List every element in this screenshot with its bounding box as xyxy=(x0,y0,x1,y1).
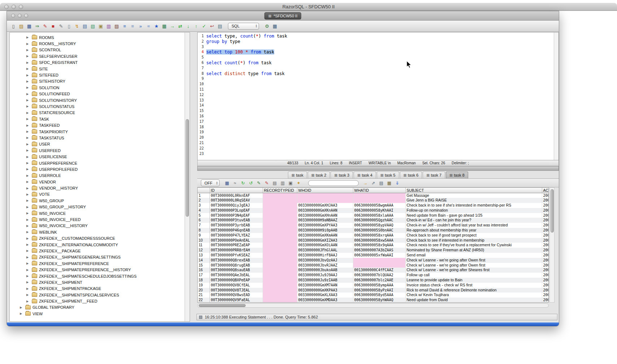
cell-whoid[interactable]: 0033000000Ju9J9AAJ xyxy=(297,273,353,278)
cell-recordtypeid[interactable] xyxy=(263,283,297,288)
cell-ac[interactable]: 200 xyxy=(542,253,549,258)
close-tab-icon[interactable]: ⊠ xyxy=(426,173,429,177)
row-number-cell[interactable]: 21 xyxy=(198,292,210,298)
disclosure-triangle-icon[interactable]: ▶ xyxy=(26,67,30,70)
revert-icon[interactable]: ↺ xyxy=(247,179,254,186)
cell-ac[interactable]: 200 xyxy=(542,208,549,213)
code-line[interactable] xyxy=(206,76,554,82)
code-line[interactable] xyxy=(206,151,554,157)
refresh-icon[interactable]: ↻ xyxy=(240,179,246,186)
cell-recordtypeid[interactable] xyxy=(263,208,297,213)
disconnect-icon[interactable]: ■ xyxy=(49,22,57,30)
cell-ac[interactable]: 200 xyxy=(542,288,549,293)
favorites-icon[interactable]: ★ xyxy=(153,22,160,30)
export-table-icon[interactable]: ▧ xyxy=(89,22,96,30)
disclosure-triangle-icon[interactable]: ▶ xyxy=(26,117,30,121)
disclosure-triangle-icon[interactable]: ▶ xyxy=(20,312,23,315)
table-row[interactable]: 1600T3000000Q8sauEAB0033000000JbukoAAB00… xyxy=(198,268,549,273)
cell-whoid[interactable]: 0033000000GmXKPAA3 xyxy=(297,288,353,293)
table-row[interactable]: 1200T3000000PRR8rEAH0033000000JFhGlAAL00… xyxy=(198,248,549,253)
cell-id[interactable]: 00T3000000QV9FaEAL xyxy=(210,298,263,303)
delete-icon[interactable]: ▯ xyxy=(65,22,73,30)
cell-id[interactable]: 00T3000000P3N4pEAF xyxy=(210,213,263,218)
edit-remove-icon[interactable]: ✎ xyxy=(263,179,270,186)
tree-item-view[interactable]: ▶VIEW xyxy=(10,311,185,317)
cell-ac[interactable]: 200 xyxy=(542,228,549,233)
disclosure-triangle-icon[interactable]: ▶ xyxy=(26,293,30,296)
tree-item-scontrol[interactable]: ▶SCONTROL xyxy=(10,47,185,53)
describe-table-icon[interactable]: ▤ xyxy=(81,22,89,30)
cell-whatid[interactable]: 006300000058xrqAAA xyxy=(353,233,405,238)
code-line[interactable]: group by type xyxy=(206,39,554,44)
row-number-cell[interactable]: 10 xyxy=(198,238,210,243)
save-results-icon[interactable]: ▦ xyxy=(224,179,230,186)
cell-recordtypeid[interactable] xyxy=(263,223,297,228)
cell-whoid[interactable]: 0033000000GmXPYAA3 xyxy=(297,223,353,228)
cell-subject[interactable]: Invoice status check - check w/ RS first xyxy=(405,283,542,288)
cell-recordtypeid[interactable] xyxy=(263,268,297,273)
sql-editor[interactable]: 1234567891011121314151617181920212223 se… xyxy=(197,32,559,160)
row-number-cell[interactable]: 8 xyxy=(198,228,210,233)
column-header-whoid[interactable]: WHOID xyxy=(297,188,353,193)
cell-whoid[interactable]: 0033000000GmXKnAAN xyxy=(297,208,353,213)
row-number-cell[interactable]: 20 xyxy=(198,288,210,293)
cell-whatid[interactable]: 00630000005xfWaAAI xyxy=(353,253,405,258)
cell-subject[interactable]: Check w/ Leanne - we're going after Shea… xyxy=(405,268,542,273)
cell-id[interactable]: 00T3000000QV8wsEAD xyxy=(210,292,263,298)
cell-whatid[interactable]: 006300000058yd5AAA xyxy=(353,292,405,298)
result-tab-task-6[interactable]: ⊠task 6 xyxy=(400,172,422,178)
cell-ac[interactable]: 200 xyxy=(542,243,549,248)
cell-recordtypeid[interactable] xyxy=(263,193,297,198)
cell-whatid[interactable]: 006300000058wgmAAA xyxy=(353,203,405,208)
cell-id[interactable]: 00T3000000PREZaEAP xyxy=(210,243,263,248)
tree-item-taskfeed[interactable]: ▶TASKFEED xyxy=(10,122,185,128)
export-results-icon[interactable]: ▤ xyxy=(378,179,385,186)
tree-item-solution[interactable]: ▶SOLUTION xyxy=(10,84,185,91)
cell-id[interactable]: 00T3000000QV8TJEAL xyxy=(210,288,263,293)
cell-whoid[interactable]: 0033000000JbvQzAAJ xyxy=(297,258,353,263)
close-button[interactable] xyxy=(4,5,9,9)
cell-whoid[interactable]: 0033000000GmXHnAAN xyxy=(297,213,353,218)
cell-subject[interactable]: Check w/ Leanne - we're going after Owen… xyxy=(405,263,542,268)
cell-id[interactable]: 00T3000000PRR8rEAH xyxy=(210,248,263,253)
table-row[interactable]: 2000T3000000QV8TJEAL0033000000GmXKPAA300… xyxy=(198,288,549,293)
cell-whatid[interactable]: 006300000058ympAAA xyxy=(353,283,405,288)
column-header-recordtypeid[interactable]: RECORDTYPEID xyxy=(263,188,297,193)
cell-recordtypeid[interactable] xyxy=(263,263,297,268)
table-row[interactable]: 1100T3000000PREZaEAP0033000000GmXOiAAN00… xyxy=(198,243,549,248)
code-line[interactable] xyxy=(206,66,554,71)
cell-recordtypeid[interactable] xyxy=(263,273,297,278)
cell-whoid[interactable]: 0033000000Ju9zIAAB xyxy=(297,278,353,283)
close-tab-icon[interactable]: ⊠ xyxy=(380,173,383,177)
tree-item-taskstatus[interactable]: ▶TASKSTATUS xyxy=(10,135,185,141)
new-file-icon[interactable]: ▯ xyxy=(10,22,17,30)
table-row[interactable]: 900T3000000P47LYEAZ0033000000GmXKmAAN006… xyxy=(198,233,549,238)
cell-whatid[interactable]: 00630000007A3bZAAS xyxy=(353,248,405,253)
tree-item-zkfedex-shipmategeneralsettings[interactable]: ▶ZKFEDEX__SHIPMATEGENERALSETTINGS xyxy=(10,254,185,260)
cell-whoid[interactable]: 0033000000GmXKmAAN xyxy=(297,233,353,238)
cell-whoid[interactable]: 0033000000GmXMDAA3 xyxy=(297,298,353,303)
cell-subject[interactable]: Nominated by Shane Freeman at ANZ (HR50) xyxy=(405,248,542,253)
filter-sort-icon[interactable]: ≈ xyxy=(232,179,238,186)
cell-whoid[interactable]: 0033000000GmXLXAA3 xyxy=(297,292,353,298)
cell-subject[interactable]: Follow-up on nomination xyxy=(405,208,542,213)
cell-recordtypeid[interactable] xyxy=(263,292,297,298)
table-row[interactable]: 1800T3000000QBXPeEAP0033000000Ju9zIAAB00… xyxy=(198,278,549,283)
cell-recordtypeid[interactable] xyxy=(263,238,297,243)
cell-recordtypeid[interactable] xyxy=(263,258,297,263)
cell-recordtypeid[interactable] xyxy=(263,288,297,293)
code-line[interactable] xyxy=(206,130,554,135)
code-line[interactable] xyxy=(206,82,554,87)
tree-item-zkfedex-shipmentspecialservices[interactable]: ▶ZKFEDEX__SHIPMENTSPECIALSERVICES xyxy=(10,292,185,298)
code-line[interactable] xyxy=(206,44,554,50)
tree-item-zkfedex-shipment[interactable]: ▶ZKFEDEX__SHIPMENT xyxy=(10,279,185,285)
code-line[interactable] xyxy=(206,146,554,151)
cell-subject[interactable]: Give Jenn a BIG RAISE xyxy=(405,198,542,203)
disclosure-triangle-icon[interactable]: ▶ xyxy=(26,249,30,252)
table-row[interactable]: 1300T3000000PfvKSEAZ0033000000HirF8AAJ00… xyxy=(198,253,549,258)
cell-ac[interactable]: 200 xyxy=(542,238,549,243)
cell-id[interactable]: 00T3000000QBXPeEAP xyxy=(210,278,263,283)
cell-subject[interactable]: Check w/ Leanne - we're going after Owen… xyxy=(405,258,542,263)
cell-whatid[interactable]: 006300000058yKhAAI xyxy=(353,208,405,213)
cell-whatid[interactable]: 00630000007blc2AAE xyxy=(353,278,405,283)
